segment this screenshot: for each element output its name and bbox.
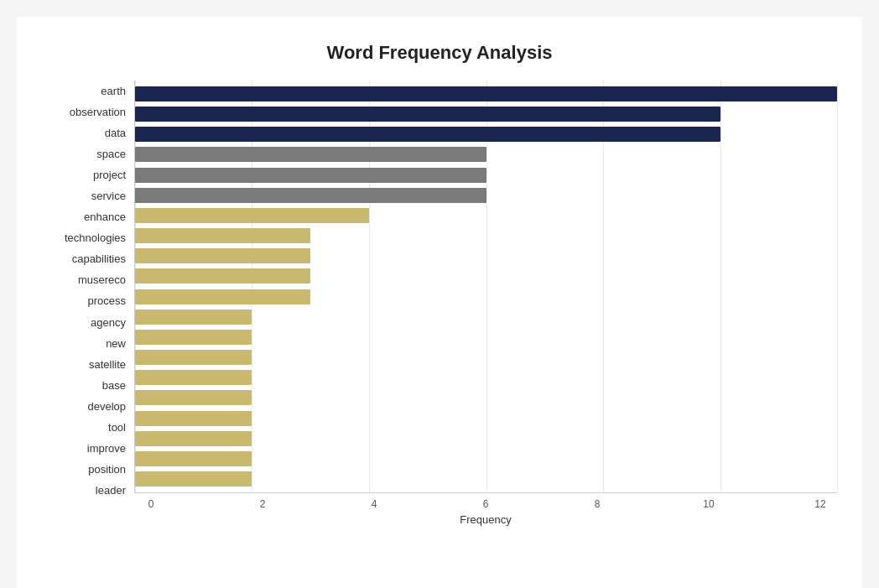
bar [135, 471, 252, 487]
bars-grid [134, 81, 837, 493]
y-label: service [42, 185, 134, 206]
y-label: leader [42, 480, 134, 501]
bars-wrapper [135, 81, 837, 492]
x-tick: 4 [357, 498, 391, 510]
bar [135, 390, 252, 405]
x-tick: 10 [692, 498, 726, 510]
bar-row [135, 104, 837, 124]
y-label: satellite [42, 354, 134, 375]
bar [135, 350, 252, 365]
chart-title: Word Frequency Analysis [42, 34, 837, 64]
y-label: project [42, 164, 134, 185]
bar [135, 147, 486, 162]
y-label: process [42, 290, 134, 311]
bar-row [135, 347, 837, 367]
bar [135, 411, 252, 426]
y-label: develop [42, 396, 134, 417]
y-label: technologies [42, 227, 134, 248]
bar-row [135, 388, 837, 408]
y-label: agency [42, 312, 134, 333]
bar-row [135, 469, 837, 489]
bars-and-xaxis: 024681012 Frequency [134, 81, 837, 526]
bar [135, 268, 310, 284]
y-axis-labels: earthobservationdataspaceprojectservicee… [42, 81, 134, 526]
y-label: tool [42, 417, 134, 438]
y-label: musereco [42, 269, 134, 290]
bar-row [135, 226, 837, 246]
bar [135, 107, 720, 122]
bar [135, 86, 837, 101]
bar-row [135, 429, 837, 449]
bar-row [135, 165, 837, 185]
y-label: earth [42, 81, 134, 101]
bar-row [135, 124, 837, 144]
bar-row [135, 408, 837, 429]
bar [135, 188, 486, 203]
x-axis-title: Frequency [134, 513, 837, 526]
bar [135, 208, 369, 223]
bar-row [135, 246, 837, 266]
y-label: data [42, 122, 134, 143]
y-label: position [42, 459, 134, 480]
y-label: capabilities [42, 248, 134, 269]
y-label: new [42, 333, 134, 354]
x-tick: 8 [580, 498, 614, 510]
bar [135, 228, 310, 243]
grid-line [837, 81, 838, 492]
y-label: observation [42, 101, 134, 122]
bar [135, 289, 310, 304]
chart-area: earthobservationdataspaceprojectservicee… [42, 81, 837, 526]
bar [135, 248, 310, 263]
bar [135, 431, 252, 446]
x-tick: 0 [134, 498, 168, 510]
x-tick: 12 [804, 498, 837, 510]
bar-row [135, 185, 837, 206]
y-label: space [42, 143, 134, 164]
y-label: improve [42, 438, 134, 459]
bar [135, 168, 486, 183]
bar [135, 330, 252, 345]
y-label: enhance [42, 206, 134, 227]
bar-row [135, 206, 837, 226]
x-axis-labels: 024681012 [134, 493, 837, 510]
chart-container: Word Frequency Analysis earthobservation… [17, 17, 862, 588]
bar-row [135, 449, 837, 469]
bar-row [135, 367, 837, 388]
bar [135, 127, 720, 142]
bar-row [135, 287, 837, 307]
bar [135, 310, 252, 325]
bar-row [135, 144, 837, 164]
x-tick: 2 [246, 498, 279, 510]
bar-row [135, 266, 837, 286]
bar [135, 451, 252, 466]
y-label: base [42, 375, 134, 396]
bar-row [135, 327, 837, 347]
bar [135, 370, 252, 385]
x-tick: 6 [469, 498, 502, 510]
bar-row [135, 307, 837, 327]
bar-row [135, 84, 837, 104]
